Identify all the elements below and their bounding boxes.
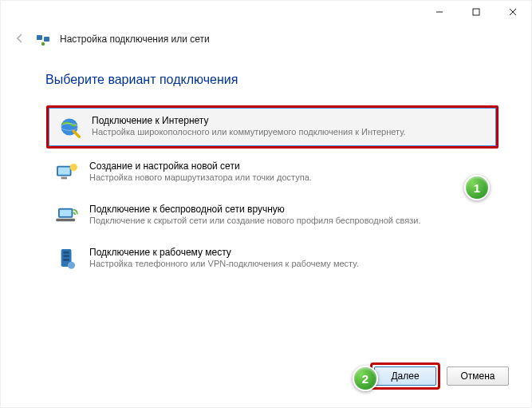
wizard-body: Выберите вариант подключения Подключение…: [1, 55, 531, 283]
option-desc: Настройка нового маршрутизатора или точк…: [89, 172, 312, 184]
annotation-badge-1: 1: [464, 175, 490, 200]
svg-rect-10: [58, 168, 70, 175]
option-title: Создание и настройка новой сети: [89, 160, 312, 172]
page-heading: Выберите вариант подключения: [45, 73, 499, 87]
maximize-button[interactable]: [458, 1, 495, 23]
back-arrow-icon[interactable]: [14, 32, 26, 47]
laptop-wifi-icon: [54, 203, 80, 228]
option-manual-wireless[interactable]: Подключение к беспроводной сети вручную …: [46, 196, 499, 235]
titlebar: [1, 1, 531, 23]
svg-rect-4: [37, 35, 42, 40]
next-button[interactable]: Далее: [374, 366, 436, 386]
router-icon: [54, 160, 80, 185]
option-desc: Подключение к скрытой сети или создание …: [89, 216, 420, 227]
svg-point-20: [68, 262, 75, 269]
svg-rect-5: [44, 37, 49, 42]
globe-icon: [57, 114, 82, 140]
wizard-footer: Далее Отмена: [370, 362, 509, 390]
option-title: Подключение к Интернету: [92, 115, 406, 126]
option-new-network[interactable]: Создание и настройка новой сети Настройк…: [46, 153, 499, 192]
minimize-button[interactable]: [421, 1, 458, 23]
option-title: Подключение к рабочему месту: [89, 247, 359, 258]
annotation-badge-2: 2: [353, 366, 378, 391]
next-button-highlight: Далее: [370, 362, 440, 390]
close-button[interactable]: [495, 1, 531, 23]
svg-rect-14: [60, 210, 72, 216]
option-title: Подключение к беспроводной сети вручную: [89, 204, 420, 215]
svg-rect-15: [56, 219, 75, 222]
svg-rect-11: [61, 177, 67, 180]
svg-rect-1: [473, 9, 479, 15]
option-workplace[interactable]: Подключение к рабочему месту Настройка т…: [46, 240, 499, 278]
svg-rect-18: [63, 255, 69, 257]
server-icon: [54, 246, 80, 271]
svg-rect-17: [63, 252, 69, 254]
option-desc: Настройка широкополосного или коммутируе…: [92, 127, 406, 138]
header: Настройка подключения или сети: [1, 23, 531, 55]
svg-point-12: [70, 164, 77, 171]
svg-rect-19: [63, 259, 69, 261]
window-title: Настройка подключения или сети: [60, 34, 210, 45]
cancel-button[interactable]: Отмена: [447, 366, 509, 386]
connection-options-list: Подключение к Интернету Настройка широко…: [45, 105, 499, 283]
option-internet-connection[interactable]: Подключение к Интернету Настройка широко…: [46, 105, 499, 149]
option-desc: Настройка телефонного или VPN-подключени…: [89, 259, 359, 270]
wizard-window: Настройка подключения или сети Выберите …: [0, 0, 532, 408]
svg-point-6: [41, 42, 45, 46]
network-center-icon: [36, 32, 50, 46]
